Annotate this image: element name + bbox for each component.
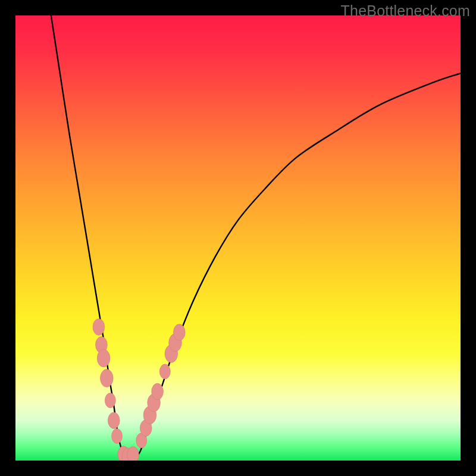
- curve-marker: [112, 428, 123, 443]
- chart-frame: TheBottleneck.com: [0, 0, 476, 476]
- curve-marker: [127, 447, 139, 461]
- curve-marker: [173, 324, 185, 341]
- chart-svg: [15, 15, 461, 461]
- curve-marker: [97, 349, 110, 367]
- curve-marker: [93, 319, 105, 336]
- curve-marker: [101, 369, 114, 387]
- curve-marker: [105, 393, 115, 408]
- watermark-text: TheBottleneck.com: [341, 2, 470, 20]
- chart-plot-area: [15, 15, 461, 461]
- curve-marker: [108, 412, 120, 429]
- curve-marker: [152, 383, 164, 400]
- curve-marker: [159, 364, 170, 379]
- curve-markers: [93, 319, 185, 461]
